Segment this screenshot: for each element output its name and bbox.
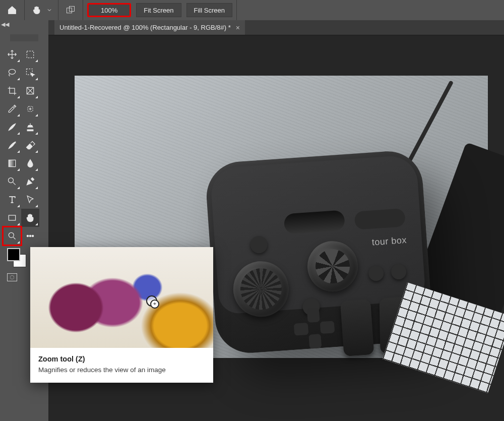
fit-screen-button[interactable]: Fit Screen (136, 3, 181, 17)
chevron-down-icon (46, 7, 52, 13)
tools-panel (0, 20, 48, 245)
path-select-tool[interactable] (21, 191, 39, 209)
rectangle-tool[interactable] (3, 209, 21, 227)
svg-rect-2 (27, 51, 33, 57)
pen-tool[interactable] (21, 172, 39, 191)
hand-icon (32, 5, 42, 15)
svg-point-10 (9, 232, 14, 237)
tooltip-title: Zoom tool (Z) (38, 355, 205, 363)
foreground-background-swatches[interactable] (7, 248, 26, 267)
tooltip-preview-image (30, 247, 213, 348)
brush-tool[interactable] (3, 118, 21, 136)
blur-tool[interactable] (21, 154, 39, 172)
zoom-icon (7, 231, 17, 241)
product-brand-label: tour box (371, 236, 407, 247)
quick-mask-toggle[interactable] (7, 273, 17, 281)
svg-point-11 (27, 235, 28, 236)
eyedropper-tool[interactable] (3, 100, 21, 118)
dodge-tool[interactable] (3, 172, 21, 191)
clone-stamp-tool[interactable] (21, 118, 39, 136)
home-button[interactable] (4, 2, 20, 18)
svg-rect-7 (9, 160, 15, 166)
marquee-tool[interactable] (21, 45, 39, 64)
history-brush-tool[interactable] (3, 136, 21, 154)
more-icon (25, 231, 35, 241)
edit-toolbar[interactable] (21, 227, 39, 245)
spot-heal-tool[interactable] (21, 100, 39, 118)
svg-point-8 (9, 178, 14, 183)
scroll-all-windows[interactable] (62, 2, 79, 18)
foreground-color-swatch[interactable] (7, 248, 20, 261)
document-tab-title: Untitled-1-Recovered @ 100% (Rectangular… (59, 24, 231, 31)
collapse-toolbox[interactable]: ◀◀ (1, 21, 9, 28)
document-tab-bar: Untitled-1-Recovered @ 100% (Rectangular… (48, 20, 504, 35)
tooltip-description: Magnifies or reduces the view of an imag… (38, 366, 205, 374)
zoom-tool[interactable] (3, 227, 21, 245)
home-icon (7, 5, 17, 15)
hand-tool-preset[interactable] (29, 2, 45, 18)
fill-screen-button[interactable]: Fill Screen (186, 3, 232, 17)
close-tab-icon[interactable]: × (236, 24, 240, 32)
crop-tool[interactable] (3, 82, 21, 100)
move-tool[interactable] (3, 45, 21, 64)
options-bar: 100% Fit Screen Fill Screen (0, 0, 504, 20)
zoom-tool-tooltip: Zoom tool (Z) Magnifies or reduces the v… (30, 247, 213, 383)
svg-point-12 (29, 235, 31, 236)
tool-preset-dropdown[interactable] (45, 2, 54, 18)
gradient-tool[interactable] (3, 154, 21, 172)
object-select-tool[interactable] (21, 64, 39, 82)
type-tool[interactable] (3, 191, 21, 209)
svg-point-13 (32, 235, 33, 236)
lasso-tool[interactable] (3, 64, 21, 82)
svg-point-3 (9, 69, 15, 74)
windows-icon (66, 5, 76, 15)
svg-rect-9 (9, 215, 15, 220)
zoom-cursor-icon (146, 295, 157, 307)
eraser-tool[interactable] (21, 136, 39, 154)
document-tab[interactable]: Untitled-1-Recovered @ 100% (Rectangular… (54, 20, 245, 35)
hand-tool[interactable] (21, 209, 39, 227)
frame-tool[interactable] (21, 82, 39, 100)
zoom-100-button[interactable]: 100% (87, 3, 131, 17)
